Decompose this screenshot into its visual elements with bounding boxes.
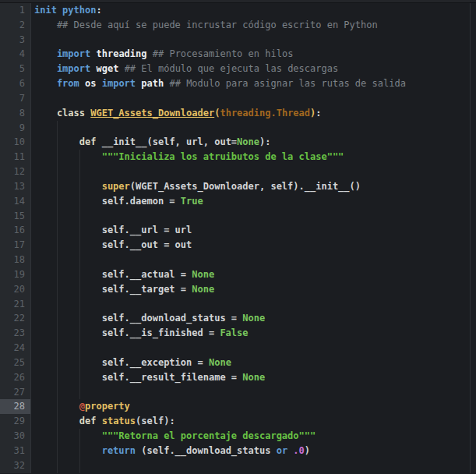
code-row: 31return (self.__download_status or .0) (0, 444, 470, 458)
indent-guide (57, 341, 79, 356)
line-number[interactable]: 4 (0, 47, 31, 62)
token-plain: : (316, 108, 321, 118)
token-func: property (85, 401, 130, 412)
code-line[interactable]: self.__actual = None (31, 267, 470, 282)
code-row: 8class WGET_Assets_Downloader(threading.… (0, 106, 470, 121)
indent-guide (57, 179, 79, 194)
code-row: 2## Desde aquí se puede incrustar código… (0, 18, 470, 33)
line-number[interactable]: 27 (0, 385, 31, 400)
code-line[interactable]: import threading ## Procesamiento en hil… (31, 47, 470, 62)
code-line[interactable]: """Inicializa los atruibutos de la clase… (31, 150, 470, 164)
code-line[interactable]: """Retorna el porcentaje descargado""" (31, 429, 470, 444)
line-number[interactable]: 6 (0, 76, 31, 91)
token-plain: (self): (136, 416, 175, 426)
code-line[interactable]: @property (31, 399, 470, 414)
indent-guide (34, 444, 57, 458)
code-line[interactable]: from os import path ## Modulo para asign… (31, 76, 470, 91)
code-line[interactable]: def __init__(self, url, out=None): (31, 135, 470, 150)
code-line[interactable]: self.daemon = True (31, 194, 470, 209)
code-line[interactable]: self.__target = None (31, 282, 470, 297)
line-number[interactable]: 25 (0, 356, 31, 370)
code-line[interactable]: import wget ## El módulo que ejecuta las… (31, 62, 470, 76)
code-line[interactable]: self.__download_status = None (31, 311, 470, 326)
line-number[interactable]: 24 (0, 341, 31, 356)
indent-guide (79, 223, 102, 238)
line-number[interactable]: 3 (0, 33, 31, 48)
code-line[interactable]: self.__out = out (31, 238, 470, 253)
code-row: 18 (0, 253, 470, 267)
line-number[interactable]: 5 (0, 62, 31, 76)
token-kw: init python (34, 5, 96, 16)
line-number[interactable]: 20 (0, 282, 31, 297)
indent-guide (34, 150, 57, 164)
line-number[interactable]: 12 (0, 164, 31, 179)
indent-guide (79, 297, 102, 312)
line-number[interactable]: 32 (0, 458, 31, 473)
code-line[interactable] (31, 121, 470, 136)
indent-guide (34, 62, 57, 76)
token-plain: self.__result_filename = (102, 372, 243, 383)
line-number[interactable]: 29 (0, 414, 31, 429)
indent-guide (57, 267, 79, 282)
scrollbar-track[interactable] (470, 3, 476, 473)
line-number[interactable]: 13 (0, 179, 31, 194)
code-line[interactable] (31, 297, 470, 312)
code-area[interactable]: 1init python:2## Desde aquí se puede inc… (0, 3, 470, 473)
line-number[interactable]: 1 (0, 3, 31, 18)
code-line[interactable] (31, 341, 470, 356)
line-number[interactable]: 23 (0, 326, 31, 341)
code-line[interactable]: return (self.__download_status or .0) (31, 444, 470, 458)
code-line[interactable] (31, 33, 470, 48)
line-number[interactable]: 14 (0, 194, 31, 209)
code-line[interactable] (31, 209, 470, 224)
indent-guide (57, 150, 79, 164)
indent-guide (34, 76, 57, 91)
code-line[interactable] (31, 253, 470, 267)
line-number[interactable]: 15 (0, 209, 31, 224)
line-number[interactable]: 18 (0, 253, 31, 267)
line-number[interactable]: 19 (0, 267, 31, 282)
line-number[interactable]: 31 (0, 444, 31, 458)
token-comment: ## Modulo para asignar las rutas de sali… (169, 78, 405, 89)
code-row: 11"""Inicializa los atruibutos de la cla… (0, 150, 470, 164)
line-number[interactable]: 7 (0, 91, 31, 106)
indent-guide (57, 458, 79, 473)
code-line[interactable] (31, 91, 470, 106)
indent-guide (34, 238, 57, 253)
indent-guide (34, 370, 57, 385)
code-line[interactable]: self.__url = url (31, 223, 470, 238)
line-number[interactable]: 21 (0, 297, 31, 312)
editor-pane[interactable]: 1init python:2## Desde aquí se puede inc… (0, 3, 476, 473)
code-line[interactable]: ## Desde aquí se puede incrustar código … (31, 18, 470, 33)
indent-guide (57, 370, 79, 385)
code-line[interactable]: def status(self): (31, 414, 470, 429)
line-number[interactable]: 9 (0, 121, 31, 136)
code-line[interactable] (31, 385, 470, 400)
indent-guide (34, 47, 57, 62)
code-line[interactable]: self.__is_finished = False (31, 326, 470, 341)
line-number[interactable]: 11 (0, 150, 31, 164)
line-number[interactable]: 28 (0, 399, 31, 414)
code-line[interactable] (31, 164, 470, 179)
code-row: 20self.__target = None (0, 282, 470, 297)
line-number[interactable]: 26 (0, 370, 31, 385)
line-number[interactable]: 22 (0, 311, 31, 326)
code-line[interactable]: class WGET_Assets_Downloader(threading.T… (31, 106, 470, 121)
token-const: None (192, 284, 214, 295)
code-line[interactable]: self.__exception = None (31, 356, 470, 370)
code-line[interactable]: super(WGET_Assets_Downloader, self).__in… (31, 179, 470, 194)
code-row: 14self.daemon = True (0, 194, 470, 209)
token-string: """Inicializa los atruibutos de la clase… (102, 151, 344, 162)
indent-guide (57, 414, 79, 429)
line-number[interactable]: 30 (0, 429, 31, 444)
code-line[interactable]: init python: (31, 3, 470, 18)
line-number[interactable]: 17 (0, 238, 31, 253)
code-line[interactable] (31, 458, 470, 473)
line-number[interactable]: 10 (0, 135, 31, 150)
indent-guide (34, 164, 57, 179)
code-line[interactable]: self.__result_filename = None (31, 370, 470, 385)
line-number[interactable]: 2 (0, 18, 31, 33)
line-number[interactable]: 16 (0, 223, 31, 238)
line-number[interactable]: 8 (0, 106, 31, 121)
code-row: 9 (0, 121, 470, 136)
